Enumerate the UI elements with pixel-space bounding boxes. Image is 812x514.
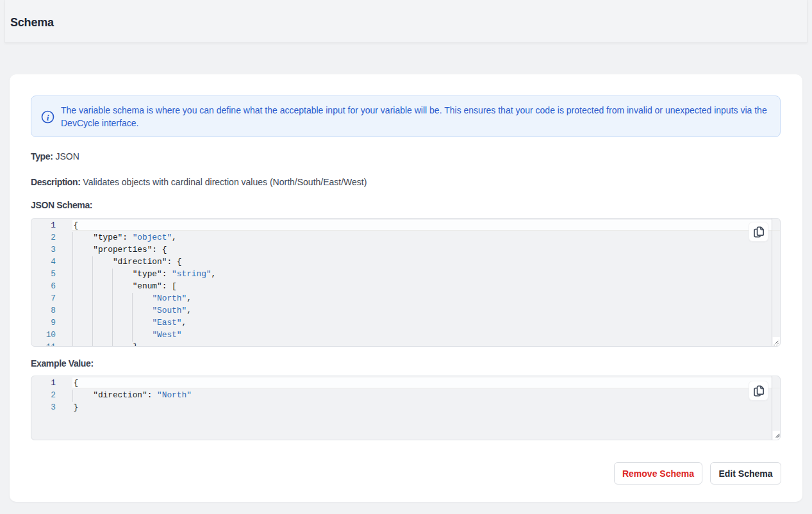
- svg-text:i: i: [47, 113, 49, 122]
